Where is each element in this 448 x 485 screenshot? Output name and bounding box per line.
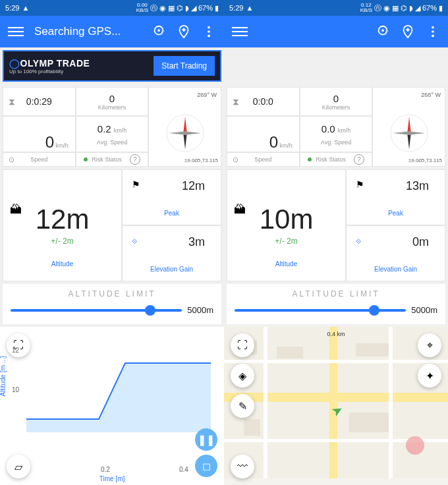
stop-button[interactable]: ◻ (195, 455, 217, 477)
svg-point-3 (208, 30, 210, 33)
flag-icon: ⚑ (132, 179, 140, 190)
svg-rect-31 (244, 419, 260, 436)
peak-value: 12m (182, 179, 205, 193)
locate-button[interactable]: ⌖ (418, 333, 441, 357)
globe-pin-icon[interactable] (152, 24, 166, 39)
map-toggle-button[interactable]: ▱ (7, 455, 30, 478)
svg-point-32 (406, 436, 424, 455)
distance-value: 0 (333, 93, 339, 104)
compass-card[interactable]: 268° W 19.005,73.115 (372, 87, 445, 167)
altitude-limit-section: ALTITUDE LIMIT 5000m (3, 284, 221, 324)
status-dot (84, 157, 88, 161)
chart-toggle-button[interactable]: 〰 (231, 455, 254, 478)
svg-point-2 (208, 26, 210, 29)
timer-card[interactable]: ⧗ 0:0:0 (227, 87, 300, 116)
chart-xlabel: Time [m] (99, 475, 125, 482)
ad-cta-button[interactable]: Start Trading (154, 56, 215, 76)
timer-value: 0:0:0 (253, 96, 273, 107)
altitude-card[interactable]: 🏔 12m +/- 2m Altitude (3, 169, 122, 281)
more-icon[interactable] (426, 24, 440, 39)
add-pin-icon[interactable] (177, 24, 191, 39)
speed-card[interactable]: 0km/h (3, 116, 76, 152)
help-icon[interactable]: ? (130, 154, 140, 165)
avg-speed-card[interactable]: 0.2km/h Avg. Speed (76, 116, 149, 152)
svg-rect-25 (224, 360, 448, 363)
risk-label: Risk Status (92, 156, 122, 163)
timer-card[interactable]: ⧗ 0:0:29 (3, 87, 76, 116)
mountain-icon: ▲ (22, 4, 29, 12)
svg-point-14 (432, 35, 434, 38)
speed-value: 0 (269, 133, 278, 152)
peak-value: 13m (406, 179, 429, 193)
mountain-icon: 🏔 (10, 203, 22, 217)
altitude-value: 12m (36, 204, 90, 235)
gain-value: 0m (412, 235, 429, 249)
altitude-chart[interactable]: ⛶ ▱ ❚❚ ◻ Altitude [m ...] Time [m] 12 10… (0, 327, 224, 485)
layers-button[interactable]: ◈ (231, 364, 254, 387)
svg-point-11 (381, 29, 384, 32)
add-pin-icon[interactable] (401, 24, 415, 39)
avg-speed-card[interactable]: 0.0km/h Avg. Speed (300, 116, 373, 152)
globe-pin-icon[interactable] (376, 24, 390, 39)
heading-text: 269° W (197, 92, 217, 98)
risk-status-card[interactable]: Risk Status ? (76, 152, 149, 167)
altitude-label: Altitude (275, 260, 297, 268)
altitude-card[interactable]: 🏔 10m +/- 2m Altitude (227, 169, 346, 281)
statusbar: 5:29 ▲ 0.00KB/S ⓝ ◉ ▦ ⌬ ◗ ◢ 67% ▮ (0, 0, 224, 16)
svg-marker-9 (184, 131, 201, 135)
altitude-limit-section: ALTITUDE LIMIT 5000m (227, 284, 445, 324)
gain-card[interactable]: ⟐ 3m Elevation Gain (122, 225, 221, 281)
distance-label: Kilometers (322, 104, 350, 111)
svg-point-1 (157, 29, 160, 32)
compass-icon (386, 110, 432, 156)
help-icon[interactable]: ? (354, 154, 364, 165)
limit-max: 5000m (411, 305, 437, 315)
svg-marker-8 (169, 131, 186, 135)
more-icon[interactable] (202, 24, 216, 39)
peak-card[interactable]: ⚑ 13m Peak (346, 169, 445, 225)
limit-slider[interactable] (11, 309, 182, 312)
compass-card[interactable]: 269° W 19.005,73.115 (148, 87, 221, 167)
menu-button[interactable] (232, 24, 248, 40)
limit-slider[interactable] (235, 309, 406, 312)
status-dot (308, 157, 312, 161)
battery-icon: ▮ (215, 4, 219, 13)
speed-card[interactable]: 0km/h (227, 116, 300, 152)
svg-rect-24 (389, 327, 393, 478)
map-view[interactable]: 0.4 km ➤ ⛶ ◈ ✎ 〰 ⌖ ✦ (224, 327, 448, 485)
distance-card[interactable]: 0 Kilometers (76, 87, 149, 116)
signal-icon: ⊙ (233, 156, 238, 164)
risk-status-card[interactable]: Risk Status ? (300, 152, 373, 167)
nfc-icon: ⓝ (150, 3, 157, 13)
fullscreen-button[interactable]: ⛶ (231, 333, 254, 357)
avg-speed-label: Avg. Speed (97, 139, 127, 146)
signal-icon: ◢ (191, 4, 196, 13)
distance-card[interactable]: 0 Kilometers (300, 87, 373, 116)
risk-label: Risk Status (316, 156, 346, 163)
wifi-icon: ◗ (185, 4, 189, 13)
clock: 5:29 (229, 4, 243, 12)
coords-text: 19.005,73.115 (408, 157, 442, 163)
heading-text: 268° W (421, 92, 441, 98)
pause-button[interactable]: ❚❚ (195, 428, 217, 451)
avg-speed-value: 0.2 (98, 123, 111, 134)
compass-button[interactable]: ✦ (418, 364, 441, 387)
altitude-accuracy: +/- 2m (275, 237, 297, 246)
appbar: Searching GPS... (0, 16, 224, 47)
menu-button[interactable] (8, 24, 24, 40)
gain-card[interactable]: ⟐ 0m Elevation Gain (346, 225, 445, 281)
svg-marker-19 (408, 131, 425, 135)
flag-icon: ⚑ (356, 179, 364, 190)
speed-label-card: ⊙ Speed (3, 152, 76, 167)
altitude-label: Altitude (51, 260, 73, 268)
peak-card[interactable]: ⚑ 12m Peak (122, 169, 221, 225)
limit-max: 5000m (187, 305, 213, 315)
avg-speed-label: Avg. Speed (321, 139, 351, 146)
location-icon: ◉ (159, 4, 166, 13)
svg-point-4 (208, 35, 210, 38)
ad-banner[interactable]: ◯OLYMP TRADE Up to 100% profitability St… (3, 50, 221, 82)
map-scale: 0.4 km (327, 331, 345, 337)
needle-icon: ⟐ (132, 235, 137, 246)
edit-button[interactable]: ✎ (231, 394, 254, 418)
vibrate-icon: ▦ (168, 4, 175, 13)
